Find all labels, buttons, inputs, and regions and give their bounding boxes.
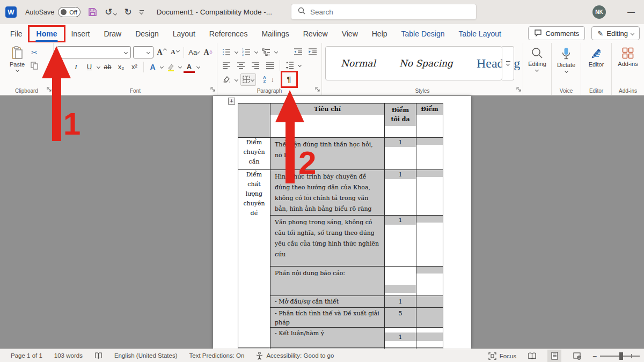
underline-button[interactable]: U <box>84 61 95 72</box>
align-center-button[interactable] <box>235 60 247 71</box>
change-case-button[interactable]: Aa <box>187 47 200 58</box>
justify-button[interactable] <box>264 60 276 71</box>
styles-more-button[interactable] <box>502 46 514 80</box>
clear-formatting-button[interactable]: A◊ <box>202 47 214 58</box>
focus-button[interactable]: Focus <box>488 352 516 360</box>
subscript-button[interactable]: x₂ <box>115 61 127 72</box>
zoom-out-button[interactable]: − <box>592 352 597 360</box>
italic-button[interactable]: I <box>70 61 82 72</box>
search-input[interactable] <box>310 8 450 16</box>
customize-toolbar-icon[interactable] <box>140 10 144 14</box>
proofing-icon[interactable] <box>94 352 103 360</box>
grow-font-button[interactable]: A <box>156 47 167 58</box>
styles-dialog-launcher[interactable] <box>516 84 521 94</box>
page-indicator[interactable]: Page 1 of 1 <box>11 352 42 359</box>
language-indicator[interactable]: English (United States) <box>114 352 178 359</box>
print-layout-button[interactable] <box>547 350 561 362</box>
read-mode-button[interactable] <box>525 350 539 362</box>
highlight-chevron[interactable] <box>178 65 182 69</box>
copy-button[interactable] <box>29 61 40 70</box>
paragraph-dialog-launcher[interactable] <box>315 84 320 94</box>
multilevel-list-button[interactable] <box>260 46 272 57</box>
autosave-control[interactable]: AutoSave Off <box>25 7 80 17</box>
tab-view[interactable]: View <box>335 24 365 43</box>
zoom-control[interactable]: − <box>592 352 644 360</box>
undo-button[interactable]: ↺ <box>105 8 116 17</box>
tab-help[interactable]: Help <box>365 24 394 43</box>
text-predictions[interactable]: Text Predictions: On <box>189 352 245 359</box>
zoom-slider[interactable] <box>600 356 640 357</box>
zoom-slider-handle[interactable] <box>619 352 623 360</box>
shrink-font-button[interactable]: A <box>169 47 180 58</box>
web-layout-button[interactable] <box>570 350 584 362</box>
text-effects-chevron[interactable] <box>160 65 164 69</box>
borders-chevron[interactable] <box>251 77 254 81</box>
align-left-button[interactable] <box>221 60 232 71</box>
chevron-down-icon <box>16 68 19 72</box>
numbering-chevron[interactable] <box>254 50 258 54</box>
tab-review[interactable]: Review <box>296 24 335 43</box>
tab-table-layout[interactable]: Table Layout <box>451 24 508 43</box>
align-right-button[interactable] <box>250 60 261 71</box>
style-normal[interactable]: Normal <box>341 58 376 69</box>
bullets-chevron[interactable] <box>235 50 238 54</box>
word-count[interactable]: 103 words <box>54 352 83 359</box>
numbering-button[interactable]: 123 <box>240 46 252 57</box>
word-logo-icon: W <box>5 6 17 18</box>
borders-button[interactable] <box>240 73 256 86</box>
redo-button[interactable]: ↻ <box>124 8 131 17</box>
search-box[interactable] <box>291 4 477 20</box>
tab-home[interactable]: Home <box>30 24 64 43</box>
comments-button[interactable]: Comments <box>528 26 585 40</box>
tab-draw[interactable]: Draw <box>97 24 128 43</box>
tab-design[interactable]: Design <box>128 24 166 43</box>
superscript-button[interactable]: x² <box>129 61 140 72</box>
show-hide-marks-button[interactable]: ¶ <box>282 73 296 86</box>
font-size-combo[interactable] <box>133 46 153 58</box>
decrease-indent-button[interactable] <box>292 46 304 57</box>
minimize-button[interactable]: — <box>625 6 637 17</box>
underline-options-chevron[interactable] <box>97 65 100 69</box>
font-dialog-launcher[interactable] <box>210 84 215 94</box>
shading-button[interactable] <box>221 74 232 85</box>
document-page[interactable]: + Tiêu chí Điểm tối đa Điểm Điểm chuyên … <box>213 96 471 349</box>
shading-chevron[interactable] <box>235 77 238 81</box>
font-color-chevron[interactable] <box>196 65 200 69</box>
multilevel-chevron[interactable] <box>274 50 278 54</box>
highlight-button[interactable] <box>165 61 177 72</box>
title-bar: W AutoSave Off ↺ ↻ Document1 - Compatibi… <box>0 0 644 24</box>
bullets-button[interactable] <box>221 46 232 57</box>
increase-indent-button[interactable] <box>306 46 318 57</box>
find-editing-button[interactable]: Editing <box>528 47 546 71</box>
accessibility-status[interactable]: Accessibility: Good to go <box>256 352 334 360</box>
paste-button[interactable]: Paste <box>10 46 25 86</box>
tab-references[interactable]: References <box>202 24 255 43</box>
style-no-spacing[interactable]: No Spacing <box>399 58 453 69</box>
line-spacing-chevron[interactable] <box>298 63 302 67</box>
editing-mode-button[interactable]: ✎ Editing <box>591 26 640 40</box>
sort-button[interactable]: AZ <box>259 74 270 85</box>
account-avatar[interactable]: NK <box>592 5 606 19</box>
document-canvas: + Tiêu chí Điểm tối đa Điểm Điểm chuyên … <box>0 96 644 349</box>
save-icon[interactable] <box>88 8 97 17</box>
autosave-toggle[interactable]: Off <box>58 7 80 17</box>
tab-file[interactable]: File <box>3 24 30 43</box>
tab-layout[interactable]: Layout <box>166 24 202 43</box>
chevron-down-icon <box>564 69 568 73</box>
grading-table[interactable]: Tiêu chí Điểm tối đa Điểm Điểm chuyên cầ… <box>238 103 443 358</box>
editor-button[interactable]: Editor <box>589 47 604 68</box>
line-spacing-button[interactable] <box>284 60 296 71</box>
tab-mailings[interactable]: Mailings <box>254 24 296 43</box>
focus-icon <box>488 352 496 360</box>
strikethrough-button[interactable]: ab <box>102 61 113 72</box>
font-color-button[interactable]: A <box>184 61 195 72</box>
tab-table-design[interactable]: Table Design <box>394 24 452 43</box>
addins-button[interactable]: Add-ins <box>618 47 638 67</box>
pilcrow-highlight-box <box>281 71 298 88</box>
text-effects-button[interactable]: A <box>147 61 158 72</box>
dictate-button[interactable]: Dictate <box>557 47 575 72</box>
cut-button[interactable]: ✂ <box>29 48 40 57</box>
pencil-icon: ✎ <box>597 29 603 38</box>
tab-insert[interactable]: Insert <box>64 24 97 43</box>
table-move-handle[interactable]: + <box>228 98 235 105</box>
